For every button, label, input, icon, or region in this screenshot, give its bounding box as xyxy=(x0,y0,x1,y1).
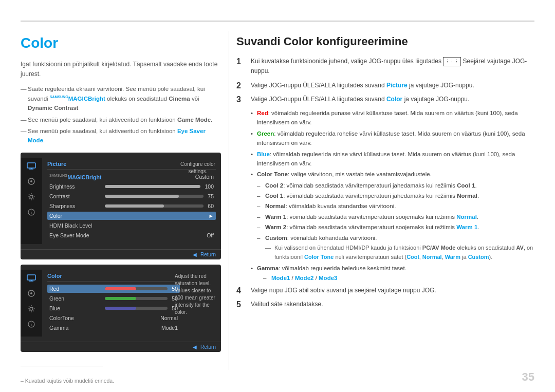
osd-color-header: Color xyxy=(47,273,180,282)
bullet-gamma: Gamma: võimaldab reguleerida heleduse ke… xyxy=(251,264,534,283)
osd-row-contrast: Contrast 75 xyxy=(47,192,216,200)
osd-label-sharpness: Sharpness xyxy=(49,203,101,209)
osd-label-brightness: Brightness xyxy=(49,183,101,190)
osd-label-gamma: Gamma xyxy=(49,325,101,331)
osd-picture-screen: i Picture SAMSUNGMAGICBright Custom Bri xyxy=(21,153,221,260)
osd-bar-sharpness xyxy=(105,204,203,208)
sub-cool2: Cool 2: võimaldab seadistada värvitemper… xyxy=(257,181,534,190)
osd-color-icon-bar: i xyxy=(21,270,42,337)
gamma-sub: Mode1 / Mode2 / Mode3 xyxy=(263,273,534,283)
osd-bar-green xyxy=(105,297,168,300)
note-samsung-magic: Saate reguleerida ekraani värvitooni. Se… xyxy=(21,84,221,113)
step-num-5: 5 xyxy=(236,300,248,309)
step-3: 3 Valige JOG-nuppu ÜLES/ALLA liigutades … xyxy=(236,95,534,104)
osd-row-red: Red 50 xyxy=(47,285,180,293)
info-icon: i xyxy=(25,207,38,217)
step-5: 5 Valitud säte rakendatakse. xyxy=(236,300,534,309)
osd-value-sharpness: 60 xyxy=(208,203,214,209)
note-game-mode: See menüü pole saadaval, kui aktiveeritu… xyxy=(21,115,221,124)
osd-label-magicbright: SAMSUNGMAGICBright xyxy=(49,174,101,180)
osd-label-color: Color xyxy=(49,213,101,219)
osd-label-red: Red xyxy=(49,286,101,292)
osd-row-color: Color ► xyxy=(47,212,216,220)
step-num-4: 4 xyxy=(236,286,248,295)
svg-rect-8 xyxy=(27,275,35,280)
osd-value-color: ► xyxy=(209,213,214,219)
footer: – Kuvatud kujutis võib mudeliti erineda.… xyxy=(21,370,534,384)
bullet-green: Green: võimaldab reguleerida rohelise vä… xyxy=(251,129,534,148)
svg-point-5 xyxy=(30,195,33,198)
right-title: Suvandi Color konfigureerimine xyxy=(236,35,534,48)
step-text-3: Valige JOG-nuppu ÜLES/ALLA liigutades su… xyxy=(251,95,534,104)
svg-point-12 xyxy=(30,292,32,294)
sub-warm1: Warm 1: võimaldab seadistada värvitemper… xyxy=(257,212,534,221)
osd-row-brightness: Brightness 100 xyxy=(47,182,216,191)
step-2: 2 Valige JOG-nuppu ÜLES/ALLA liigutades … xyxy=(236,81,534,90)
osd-configure-text: Configure color settings. xyxy=(180,161,216,175)
bullet-blue: Blue: võimaldab reguleerida sinise värvi… xyxy=(251,150,534,169)
osd-color-screen: i Color Red 50 Green xyxy=(21,265,221,352)
osd-row-blue: Blue 50 xyxy=(47,304,180,312)
top-border xyxy=(21,21,534,22)
osd-return-2: ◀ Return xyxy=(21,342,221,352)
osd-label-contrast: Contrast xyxy=(49,193,101,199)
step-text-4: Valige nupu JOG abil sobiv suvand ja see… xyxy=(251,286,534,295)
sub-normal: Normal: võimaldab kuvada standardse värv… xyxy=(257,201,534,211)
monitor-icon xyxy=(25,161,38,171)
colortone-sub: Cool 2: võimaldab seadistada värvitemper… xyxy=(257,181,534,242)
svg-text:i: i xyxy=(31,210,32,215)
sub-cool1: Cool 1: võimaldab seadistada värvitemper… xyxy=(257,191,534,200)
sub-warm2: Warm 2: võimaldab seadistada värvitemper… xyxy=(257,222,534,232)
sub-custom: Custom: võimaldab kohandada värvitooni. xyxy=(257,233,534,242)
osd-label-green: Green xyxy=(49,295,101,302)
osd-bar-red xyxy=(105,287,168,290)
osd-icon-bar: i xyxy=(21,158,42,245)
osd-return-1: ◀ Return xyxy=(21,249,221,259)
bullet-colortone: Color Tone: valige värvitoon, mis vastab… xyxy=(251,170,534,179)
osd-row-green: Green 50 xyxy=(47,294,180,303)
step-num-2: 2 xyxy=(236,81,248,90)
osd-bar-contrast xyxy=(105,195,203,198)
bullet-red: Red: võimaldab reguleerida punase värvi … xyxy=(251,108,534,127)
right-column: Suvandi Color konfigureerimine 1 Kui kuv… xyxy=(236,31,534,371)
osd-value-gamma: Mode1 xyxy=(161,325,178,331)
svg-point-13 xyxy=(30,307,33,310)
bottom-line xyxy=(21,366,103,366)
svg-point-4 xyxy=(30,180,32,182)
step-num-1: 1 xyxy=(236,57,248,66)
osd-label-hdmi: HDMI Black Level xyxy=(49,222,101,229)
hdmi-note: Kui välissend on ühendatud HDMI/DP kaudu… xyxy=(265,244,534,262)
osd-row-colortone: ColorTone Normal xyxy=(47,314,180,322)
column-divider xyxy=(229,31,229,370)
step-text-2: Valige JOG-nuppu ÜLES/ALLA liigutades su… xyxy=(251,81,534,90)
footnote: – Kuvatud kujutis võib mudeliti erineda. xyxy=(21,378,114,384)
osd-row-eyesaver: Eye Saver Mode Off xyxy=(47,231,216,239)
step-1: 1 Kui kuvatakse funktsioonide juhend, va… xyxy=(236,57,534,77)
svg-rect-0 xyxy=(27,163,35,168)
osd-bar-brightness xyxy=(105,185,200,188)
intro-text: Igat funktsiooni on põhjalikult kirjelda… xyxy=(21,60,221,79)
info-icon-2: i xyxy=(25,319,38,329)
osd-label-blue: Blue xyxy=(49,305,101,311)
svg-text:i: i xyxy=(31,322,32,327)
osd-value-eyesaver: Off xyxy=(207,232,214,238)
monitor-icon-2 xyxy=(25,273,38,283)
color-bullets: Red: võimaldab reguleerida punase värvi … xyxy=(251,108,534,283)
gear-icon xyxy=(25,192,38,202)
step-text-5: Valitud säte rakendatakse. xyxy=(251,300,534,309)
osd-value-contrast: 75 xyxy=(208,193,214,199)
osd-label-eyesaver: Eye Saver Mode xyxy=(49,232,101,238)
step-text-1: Kui kuvatakse funktsioonide juhend, vali… xyxy=(251,57,534,77)
sub-gamma-modes: Mode1 / Mode2 / Mode3 xyxy=(263,273,534,283)
note-eye-saver: See menüü pole saadaval, kui aktiveeritu… xyxy=(21,126,221,145)
gear-icon-2 xyxy=(25,304,38,314)
osd-label-colortone: ColorTone xyxy=(49,315,101,321)
step-4: 4 Valige nupu JOG abil sobiv suvand ja s… xyxy=(236,286,534,295)
circle-icon xyxy=(25,176,38,186)
osd-row-gamma: Gamma Mode1 xyxy=(47,324,180,332)
section-title: Color xyxy=(21,35,221,51)
circle-icon-2 xyxy=(25,288,38,298)
step-num-3: 3 xyxy=(236,95,248,104)
osd-bar-blue xyxy=(105,307,168,310)
osd-adjust-text: Adjust the red saturation level. Values … xyxy=(175,273,216,316)
